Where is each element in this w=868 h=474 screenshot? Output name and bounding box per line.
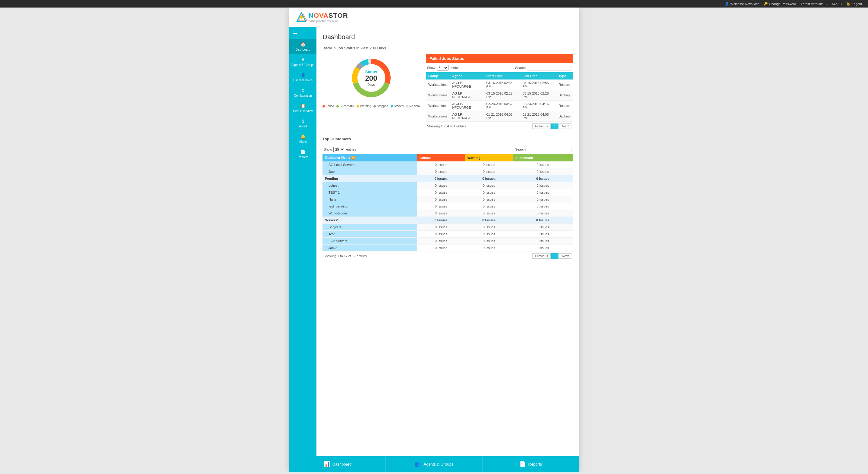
cell-critical: 0 Issues (417, 182, 465, 189)
cell-successful: 0 Issues (513, 175, 572, 182)
top-customers-pagination: Showing 1 to 17 of 17 entries Previous 1… (322, 251, 572, 261)
table-row: Workstations AG-LP-NFOUARGE 03-15-2016 0… (426, 90, 572, 101)
cell-start-time: 02-24-2016 03:52 PM (484, 101, 520, 111)
top-customers-table-controls: Show 251050 entries Search (322, 145, 572, 154)
cell-warning: 0 Issues (465, 161, 513, 168)
bottom-reports-icon: 📄 (519, 461, 526, 467)
cell-customer-name: TEST 1 (322, 189, 417, 196)
cell-critical: 0 Issues (417, 161, 465, 168)
cell-successful: 0 Issues (513, 244, 572, 251)
failed-jobs-table-controls: Show 51025 entries Search (426, 63, 572, 72)
cell-type: Backup (556, 111, 572, 122)
change-password-link[interactable]: 🔑 Change Password (764, 2, 796, 6)
list-item: psheet 0 Issues 0 Issues 0 Issues (322, 182, 572, 189)
cell-type: Backup (556, 90, 572, 101)
cell-warning: 0 Issues (465, 168, 513, 175)
col-agent: Agent (450, 72, 484, 79)
failed-jobs-page-1-button[interactable]: 1 (551, 124, 558, 129)
col-end-time: End Time (520, 72, 556, 79)
cell-end-time: 03-15-2016 02:28 PM (520, 90, 556, 101)
cell-group: Workstations (426, 101, 450, 111)
table-row: Workstations AG-LP-NFOUARGE 01-21-2016 0… (426, 111, 572, 122)
svg-point-2 (300, 16, 303, 19)
sidebar-item-label: Help Overview (293, 109, 313, 113)
main-content: Dashboard Backup Job Status In Past 200 … (316, 27, 579, 456)
cell-critical: 0 Issues (417, 231, 465, 238)
cell-customer-name: AG Local Servers (322, 161, 417, 168)
bottom-nav: 📊 Dashboard 👥 Agents & Groups 📄 Reports (289, 456, 579, 472)
top-customers-next-button[interactable]: Next (559, 253, 571, 259)
sidebar-item-about[interactable]: ℹ About (289, 116, 316, 131)
sidebar-item-users[interactable]: 👤 Users & Roles (289, 70, 316, 85)
cell-critical: 0 Issues (417, 168, 465, 175)
cell-agent: AG-LP-NFOUARGE (450, 111, 484, 122)
cell-successful: 0 Issues (513, 182, 572, 189)
help-icon: 📋 (301, 103, 306, 108)
sidebar-item-help[interactable]: 📋 Help Overview (289, 100, 316, 116)
col-type: Type (556, 72, 572, 79)
col-customer-name: Customer Name 🔽 (322, 154, 417, 161)
status-section: Status 200 Days Failed Successful Warnin… (322, 54, 572, 131)
bottom-nav-agents[interactable]: 👥 Agents & Groups (386, 456, 482, 472)
failed-jobs-table-header-row: Group Agent Start Time End Time Type (426, 72, 572, 79)
reports-icon: 📄 (301, 149, 306, 154)
cell-customer-name: Jack2 (322, 244, 417, 251)
top-customers-table: Customer Name 🔽 Critical Warning Success… (322, 154, 572, 251)
cell-warning: 0 Issues (465, 210, 513, 217)
failed-jobs-search-input[interactable] (527, 65, 571, 70)
page-title: Dashboard (322, 33, 572, 41)
cell-type: Restore (556, 101, 572, 111)
list-item: Workstations 0 Issues 0 Issues 0 Issues (322, 210, 572, 217)
alerts-icon: 🔔 (301, 134, 306, 139)
failed-jobs-prev-button[interactable]: Previous (532, 124, 551, 129)
failed-jobs-next-button[interactable]: Next (559, 124, 571, 129)
about-icon: ℹ (302, 118, 304, 124)
cell-customer-name: Servers1 (322, 217, 417, 224)
top-customers-search-input[interactable] (527, 147, 571, 152)
filter-icon[interactable]: 🔽 (351, 156, 355, 159)
list-item: TEST 1 0 Issues 0 Issues 0 Issues (322, 189, 572, 196)
cell-end-time: 01-21-2016 04:08 PM (520, 111, 556, 122)
cell-successful: 0 Issues (513, 210, 572, 217)
top-customers-page-1-button[interactable]: 1 (551, 253, 558, 259)
sidebar-item-agents[interactable]: 🖥 Agents & Groups (289, 54, 316, 70)
sidebar-item-dashboard[interactable]: 🏠 Dashboard (289, 39, 316, 54)
sidebar-item-label: Configuration (294, 94, 312, 97)
col-critical: Critical (417, 154, 465, 161)
cell-group: Workstations (426, 79, 450, 90)
top-customers-prev-button[interactable]: Previous (532, 253, 551, 259)
sidebar-item-alerts[interactable]: 🔔 Alerts (289, 131, 316, 146)
cell-warning: 0 Issues (465, 182, 513, 189)
cell-customer-name: Sanject1 (322, 224, 417, 231)
logout-link[interactable]: 🔓 Logout (846, 2, 862, 6)
failed-jobs-show-select[interactable]: 51025 (437, 65, 448, 70)
cell-critical: 0 Issues (417, 196, 465, 203)
cell-customer-name: Pending (322, 175, 417, 182)
bottom-nav-dashboard[interactable]: 📊 Dashboard (289, 456, 386, 472)
sidebar-item-label: Dashboard (296, 48, 310, 51)
list-item: Sanject1 0 Issues 0 Issues 0 Issues (322, 224, 572, 231)
list-item: test_pending 0 Issues 0 Issues 0 Issues (322, 203, 572, 210)
hamburger-icon[interactable]: ☰ (289, 28, 316, 39)
cell-customer-name: Jack (322, 168, 417, 175)
logo-text: NOVASTOR Backup for the rest of us. (309, 12, 348, 23)
cell-successful: 0 Issues (513, 231, 572, 238)
cell-critical: 0 Issues (417, 244, 465, 251)
cell-warning: 0 Issues (465, 224, 513, 231)
sidebar-item-reports[interactable]: 📄 Reports (289, 146, 316, 162)
cell-critical: 0 Issues (417, 189, 465, 196)
sidebar-item-label: Alerts (299, 140, 307, 143)
top-customers-show-select[interactable]: 251050 (333, 147, 345, 152)
bottom-agents-icon: 👥 (414, 461, 421, 467)
cell-warning: 0 Issues (465, 196, 513, 203)
cell-warning: 0 Issues (465, 189, 513, 196)
list-item: Nans 0 Issues 0 Issues 0 Issues (322, 196, 572, 203)
sidebar-item-configuration[interactable]: ⚙ Configuration (289, 85, 316, 100)
failed-jobs-header: Failed Jobs Status (426, 54, 572, 63)
bottom-nav-reports[interactable]: 📄 Reports (483, 456, 579, 472)
backup-section-title: Backup Job Status In Past 200 Days (322, 46, 572, 50)
cell-agent: AG-LP-NFOUARGE (450, 101, 484, 111)
cell-successful: 0 Issues (513, 217, 572, 224)
donut-chart: Status 200 Days (347, 54, 396, 102)
cell-successful: 0 Issues (513, 168, 572, 175)
